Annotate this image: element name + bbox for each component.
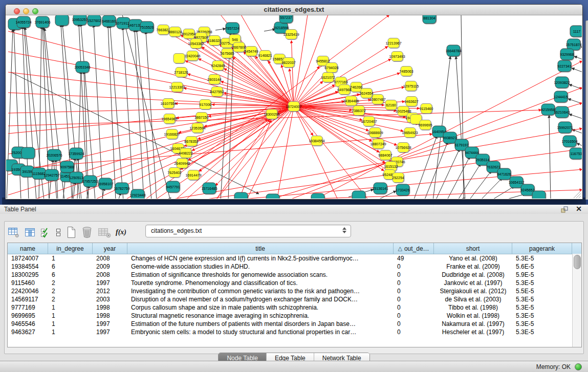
- network-node[interactable]: 16914479: [185, 170, 201, 180]
- network-node[interactable]: 7625402: [167, 168, 181, 178]
- delete-table-icon[interactable]: [81, 226, 93, 239]
- table-row[interactable]: 1872400712008Changes of HCN gene express…: [8, 254, 581, 262]
- table-row[interactable]: 977716911998Corpus callosum shape and si…: [8, 303, 581, 312]
- table-row[interactable]: 969969511998Structural magnetic resonanc…: [8, 312, 581, 320]
- network-node[interactable]: 7515526: [140, 21, 154, 33]
- network-node[interactable]: 6497568: [337, 85, 351, 95]
- network-node[interactable]: 18724007: [286, 102, 301, 112]
- table-selector-dropdown[interactable]: citations_edges.txt: [145, 225, 351, 237]
- network-node[interactable]: 1621072: [321, 73, 335, 82]
- close-panel-icon[interactable]: ✕: [576, 205, 582, 213]
- table-row[interactable]: 2242004622012Investigating the contribut…: [8, 287, 581, 295]
- network-node[interactable]: 12923448: [129, 189, 145, 199]
- network-node[interactable]: [55, 15, 69, 26]
- column-header-short[interactable]: short: [434, 243, 512, 254]
- network-node[interactable]: 6466160: [102, 15, 116, 27]
- network-node[interactable]: 10543362: [188, 39, 204, 49]
- network-view-window[interactable]: citations_edges.txt 14055724376914061095…: [5, 4, 583, 200]
- network-node[interactable]: 917006: [199, 100, 211, 110]
- network-node[interactable]: 15136141: [372, 183, 388, 194]
- network-node[interactable]: 10688609: [367, 128, 383, 138]
- table-row[interactable]: 1830029562008Estimation of significance …: [8, 271, 581, 279]
- new-document-icon[interactable]: [66, 226, 76, 239]
- window-resize-grip[interactable]: [579, 196, 581, 198]
- network-node[interactable]: 7857224: [225, 23, 239, 34]
- network-node[interactable]: 10973493: [389, 52, 405, 61]
- column-header-title[interactable]: title: [127, 243, 394, 254]
- network-node[interactable]: 8471626: [497, 168, 511, 180]
- network-node[interactable]: 18807249: [370, 139, 386, 149]
- network-node[interactable]: 9860124: [168, 27, 182, 37]
- network-node[interactable]: 19654965: [161, 114, 177, 124]
- network-node[interactable]: 12942757: [43, 169, 59, 181]
- network-node[interactable]: 26409948: [174, 159, 190, 168]
- network-node[interactable]: 17359924: [68, 148, 84, 159]
- network-node[interactable]: 4498222: [179, 148, 192, 158]
- network-node[interactable]: [352, 191, 365, 199]
- network-node[interactable]: 746266: [350, 82, 362, 92]
- network-node[interactable]: 9463627: [404, 97, 418, 106]
- network-node[interactable]: 12213967: [385, 38, 401, 48]
- network-node[interactable]: 9822037: [281, 58, 295, 68]
- select-rows-icon[interactable]: [40, 226, 51, 239]
- network-window-titlebar[interactable]: citations_edges.txt: [6, 5, 582, 15]
- scrollbar-thumb[interactable]: [574, 255, 581, 269]
- table-row[interactable]: 1938455462009Genome-wide association stu…: [8, 262, 581, 271]
- network-node[interactable]: 20206576: [46, 149, 62, 161]
- network-node[interactable]: 9329968: [560, 49, 574, 60]
- table-settings-icon[interactable]: ⚙: [8, 226, 20, 239]
- network-node[interactable]: 10756928: [395, 143, 411, 152]
- network-node[interactable]: [311, 193, 324, 199]
- table-row[interactable]: 1456911722003Disruption of a novel membe…: [8, 295, 581, 303]
- network-node[interactable]: [532, 191, 546, 199]
- network-node[interactable]: 116753: [570, 148, 582, 159]
- network-node[interactable]: [234, 192, 248, 199]
- network-node[interactable]: 5675685: [220, 49, 234, 58]
- network-node[interactable]: 9457791: [166, 181, 180, 192]
- network-node[interactable]: 16958107: [97, 178, 113, 189]
- network-node[interactable]: 22420046: [184, 51, 200, 61]
- network-node[interactable]: 17957253: [82, 176, 98, 187]
- network-node[interactable]: 16782759: [114, 183, 129, 194]
- network-node[interactable]: 9115460: [420, 104, 433, 114]
- column-header-in_degree[interactable]: in_degree: [48, 243, 93, 254]
- network-node[interactable]: 3624554: [359, 89, 373, 98]
- network-node[interactable]: 16648784: [445, 45, 461, 56]
- network-node[interactable]: 24364486: [343, 96, 359, 106]
- network-node[interactable]: 2803144: [207, 75, 221, 84]
- network-node[interactable]: 19384554: [309, 136, 324, 146]
- network-node[interactable]: 881304: [423, 15, 436, 24]
- table-row[interactable]: 911546021997Tourette syndrome. Phenomeno…: [8, 279, 581, 287]
- network-node[interactable]: [173, 54, 185, 63]
- network-node[interactable]: 2718126: [174, 68, 188, 77]
- network-node[interactable]: 1733426: [396, 184, 409, 195]
- network-node[interactable]: 37691406: [34, 16, 50, 28]
- float-panel-icon[interactable]: [561, 206, 569, 212]
- function-icon[interactable]: f(x): [116, 226, 126, 239]
- network-node[interactable]: 19166827: [164, 129, 180, 139]
- network-node[interactable]: [266, 194, 279, 199]
- column-header-out_de[interactable]: △out_de…: [394, 243, 434, 254]
- network-node[interactable]: 15716485: [201, 183, 217, 194]
- network-node[interactable]: 12093822: [554, 77, 570, 88]
- network-node[interactable]: 13325419: [283, 30, 299, 39]
- network-node[interactable]: 8427552: [210, 87, 224, 97]
- network-node[interactable]: 16720407: [361, 117, 377, 126]
- network-node[interactable]: 6794028: [324, 63, 338, 73]
- network-node[interactable]: 9215958: [541, 104, 555, 115]
- network-node[interactable]: 12975115: [403, 81, 419, 91]
- network-node[interactable]: 9884067: [378, 150, 392, 160]
- network-node[interactable]: 3867150: [194, 113, 208, 122]
- network-node[interactable]: 14055724: [15, 16, 31, 28]
- table-row[interactable]: 946362711997Embryonic stem cells: a mode…: [8, 328, 581, 336]
- column-header-name[interactable]: name: [8, 243, 48, 254]
- network-node[interactable]: 62160: [385, 100, 397, 110]
- network-node[interactable]: 1244415: [554, 91, 568, 102]
- table-vertical-scrollbar[interactable]: [572, 254, 581, 347]
- network-node[interactable]: 7386372: [352, 106, 365, 116]
- network-node[interactable]: 20053346: [74, 61, 90, 73]
- network-node[interactable]: 9146821: [258, 51, 272, 60]
- network-node[interactable]: 16107554: [160, 99, 176, 108]
- network-node[interactable]: 252254: [392, 173, 404, 183]
- network-node[interactable]: 1527602: [87, 15, 101, 26]
